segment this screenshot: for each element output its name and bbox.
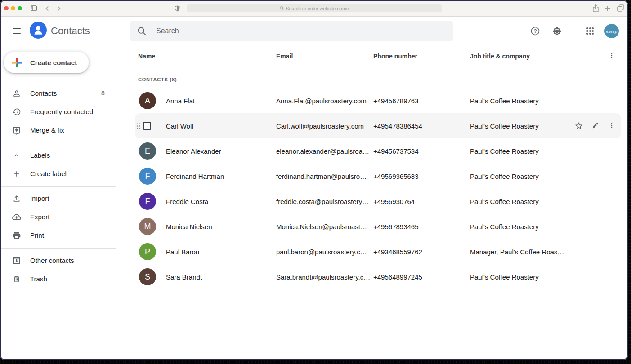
svg-text:?: ? [533, 28, 537, 34]
